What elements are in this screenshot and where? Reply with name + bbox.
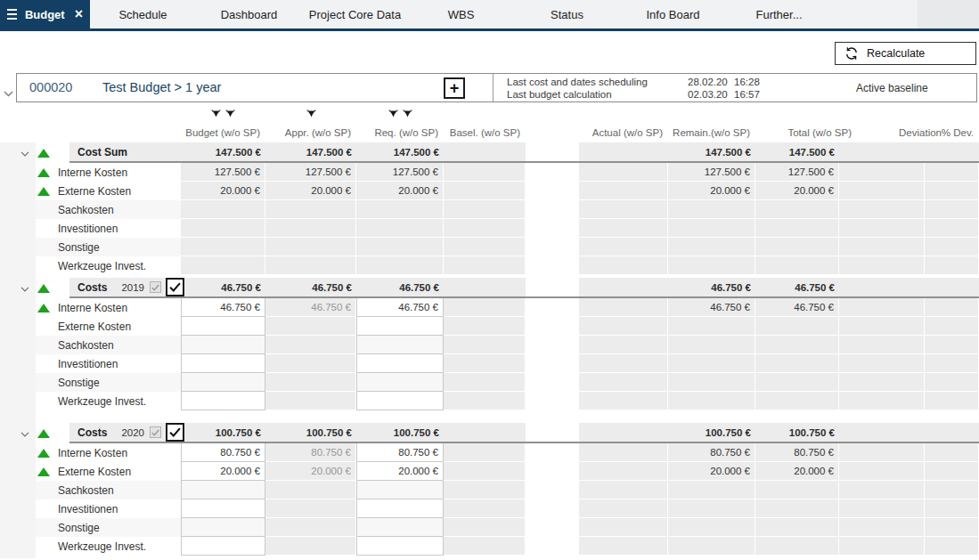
readonly-cell-deviation [839,298,925,317]
editable-cell-req[interactable] [356,373,444,392]
column-header-basel: Basel. (w/o SP) [444,106,526,142]
readonly-cell-pdev [925,298,979,317]
editable-cell-req[interactable]: 20.000 € [356,462,444,481]
editable-cell-req[interactable] [356,481,444,499]
row-label: Investitionen [58,223,118,235]
editable-cell-budget[interactable] [181,392,265,410]
project-info-line: Last cost and dates scheduling28.02.2016… [507,76,774,88]
editable-cell-budget[interactable] [181,499,265,518]
filter-icon[interactable] [211,110,221,118]
readonly-cell-basel [444,537,526,556]
filter-icon[interactable] [403,110,412,118]
readonly-cell-remain: 46.750 € [668,298,755,317]
readonly-cell-deviation [839,238,925,256]
row-label: Investitionen [58,358,118,370]
group-cell-req: 46.750 € [356,278,444,298]
editable-cell-budget[interactable]: 20.000 € [181,462,265,481]
filter-icon[interactable] [306,110,316,118]
tab-schedule[interactable]: Schedule [90,0,196,28]
column-header-gap [526,106,579,142]
group-label: Costs [78,426,107,439]
info-label: Last budget calculation [507,88,688,101]
editable-cell-req[interactable] [356,518,444,537]
editable-cell-budget[interactable] [181,537,265,556]
readonly-cell-budget [181,219,265,238]
add-budget-year-button[interactable]: + [444,77,465,99]
trend-up-icon [37,284,50,293]
row-label: Investitionen [58,503,118,515]
editable-cell-budget[interactable] [181,481,265,499]
active-baseline-label: Active baseline [856,82,928,94]
year-checkbox[interactable] [166,278,184,296]
editable-cell-req[interactable] [356,336,444,354]
readonly-cell-remain [668,219,755,238]
editable-cell-budget[interactable]: 80.750 € [181,443,265,462]
editable-cell-budget[interactable] [181,336,265,354]
readonly-cell-req [356,238,444,256]
editable-cell-req[interactable] [356,317,444,336]
group-label-area: Costs2019 [69,278,181,298]
row-label: Sonstige [58,241,100,254]
readonly-cell-remain: 20.000 € [668,182,755,200]
readonly-cell-deviation [839,163,925,182]
tab-info-board[interactable]: Info Board [620,0,726,28]
recalculate-button[interactable]: Recalculate [835,42,976,65]
editable-cell-req[interactable] [356,354,444,373]
editable-cell-budget[interactable] [181,354,265,373]
editable-cell-req[interactable] [356,499,444,518]
readonly-cell-total [755,537,839,556]
row-gutter [0,518,36,537]
tab-strip-endcap [918,0,979,28]
tab-further-[interactable]: Further... [726,0,832,28]
row-gutter [0,256,36,275]
readonly-cell-pdev [925,373,979,392]
row-label: Werkzeuge Invest. [58,260,146,272]
readonly-cell-total: 20.000 € [755,182,839,200]
editable-cell-budget[interactable] [181,317,265,336]
readonly-cell-basel [444,298,526,317]
collapse-chevron-icon[interactable] [20,151,29,157]
readonly-cell-deviation [839,182,925,200]
gap-cell [526,443,579,462]
tab-budget-active[interactable]: Budget × [0,0,90,28]
column-header-actual: Actual (w/o SP) [579,106,668,142]
project-collapse-chevron-icon[interactable] [4,85,13,101]
trend-spacer [37,523,50,532]
row-label-cell: Externe Kosten [36,182,181,200]
editable-cell-req[interactable] [356,392,444,410]
readonly-cell-pdev [925,182,979,200]
filter-icon[interactable] [225,110,235,118]
info-time: 16:57 [734,88,774,101]
row-label-cell: Sachkosten [36,481,181,499]
filter-icons [356,110,444,118]
gap-cell [526,142,579,163]
editable-cell-req[interactable] [356,537,444,556]
tab-project-core-data[interactable]: Project Core Data [302,0,408,28]
readonly-cell-appr [265,200,356,219]
editable-cell-budget[interactable]: 46.750 € [181,298,265,317]
budget-row: Interne Kosten80.750 €80.750 €80.750 €80… [0,443,979,462]
tab-status[interactable]: Status [514,0,620,28]
row-gutter [0,278,36,298]
collapse-chevron-icon[interactable] [20,287,29,292]
menu-icon[interactable] [7,9,17,20]
trend-spacer [37,542,50,551]
row-gutter [0,298,36,317]
tab-dashboard[interactable]: Dashboard [196,0,302,28]
filter-icon[interactable] [388,110,398,118]
editable-cell-budget[interactable] [181,518,265,537]
tab-wbs[interactable]: WBS [408,0,514,28]
group-cell-appr: 100.750 € [265,423,356,443]
row-label: Sachkosten [58,484,114,497]
close-tab-icon[interactable]: × [75,7,83,21]
group-label: Costs [78,281,107,294]
readonly-cell-remain [668,238,755,256]
editable-cell-budget[interactable] [181,373,265,392]
collapse-chevron-icon[interactable] [20,432,29,437]
year-checkbox[interactable] [166,423,184,442]
gap-cell [526,219,579,238]
editable-cell-req[interactable]: 80.750 € [356,443,444,462]
readonly-cell-total: 127.500 € [755,163,839,182]
editable-cell-req[interactable]: 46.750 € [356,298,444,317]
readonly-cell-total [755,256,839,275]
